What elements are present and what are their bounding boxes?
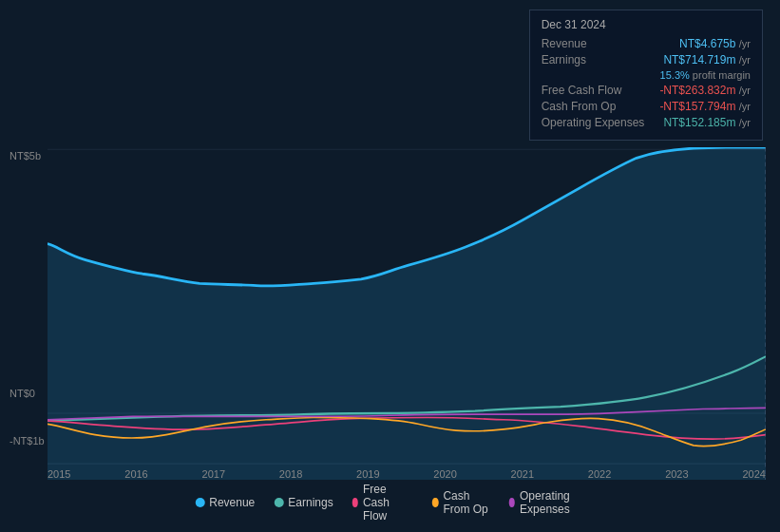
legend-item-revenue[interactable]: Revenue	[195, 496, 255, 509]
legend-dot-fcf	[352, 498, 358, 507]
tooltip-value-cashop: -NT$157.794m /yr	[659, 100, 751, 113]
legend-label-opex: Operating Expenses	[520, 489, 585, 516]
x-label-2022: 2022	[588, 468, 611, 480]
tooltip-box: Dec 31 2024 Revenue NT$4.675b /yr Earnin…	[529, 10, 763, 141]
legend-dot-cashop	[432, 498, 438, 507]
chart-area	[48, 147, 766, 480]
tooltip-row-cashop: Cash From Op -NT$157.794m /yr	[542, 100, 751, 113]
tooltip-row-profit-margin: 15.3% profit margin	[542, 69, 751, 81]
x-label-2015: 2015	[48, 468, 70, 480]
legend-dot-opex	[509, 498, 515, 507]
tooltip-label-opex: Operating Expenses	[542, 116, 645, 129]
tooltip-label-earnings: Earnings	[542, 53, 586, 66]
chart-svg	[48, 147, 766, 480]
x-label-2019: 2019	[356, 468, 379, 480]
x-label-2024: 2024	[742, 468, 765, 480]
x-label-2017: 2017	[202, 468, 225, 480]
tooltip-value-fcf: -NT$263.832m /yr	[659, 84, 751, 97]
legend-item-earnings[interactable]: Earnings	[274, 496, 333, 509]
chart-container: Dec 31 2024 Revenue NT$4.675b /yr Earnin…	[0, 0, 780, 532]
tooltip-date: Dec 31 2024	[542, 18, 751, 31]
legend-item-opex[interactable]: Operating Expenses	[509, 489, 585, 516]
x-label-2021: 2021	[511, 468, 534, 480]
tooltip-label-cashop: Cash From Op	[542, 100, 617, 113]
tooltip-label-fcf: Free Cash Flow	[542, 84, 622, 97]
tooltip-value-revenue: NT$4.675b /yr	[679, 37, 751, 50]
legend-item-fcf[interactable]: Free Cash Flow	[352, 483, 413, 522]
y-label-5b: NT$5b	[10, 150, 41, 162]
tooltip-label-revenue: Revenue	[542, 37, 587, 50]
x-label-2016: 2016	[124, 468, 147, 480]
tooltip-value-opex: NT$152.185m /yr	[663, 116, 751, 129]
tooltip-value-earnings: NT$714.719m /yr	[663, 53, 751, 66]
tooltip-row-opex: Operating Expenses NT$152.185m /yr	[542, 116, 751, 129]
y-label-0: NT$0	[10, 388, 35, 399]
legend-item-cashop[interactable]: Cash From Op	[432, 489, 490, 516]
tooltip-row-fcf: Free Cash Flow -NT$263.832m /yr	[542, 84, 751, 97]
legend-label-revenue: Revenue	[209, 496, 255, 509]
x-label-2023: 2023	[665, 468, 688, 480]
y-label-neg1b: -NT$1b	[10, 435, 45, 446]
legend-label-earnings: Earnings	[288, 496, 333, 509]
legend-label-cashop: Cash From Op	[443, 489, 489, 516]
legend-label-fcf: Free Cash Flow	[363, 483, 413, 522]
tooltip-row-revenue: Revenue NT$4.675b /yr	[542, 37, 751, 50]
tooltip-profit-margin: 15.3% profit margin	[660, 69, 751, 81]
x-label-2018: 2018	[279, 468, 302, 480]
x-axis-labels: 2015 2016 2017 2018 2019 2020 2021 2022 …	[48, 468, 766, 480]
legend-dot-revenue	[195, 498, 204, 507]
legend-dot-earnings	[274, 498, 283, 507]
x-label-2020: 2020	[433, 468, 456, 480]
legend: Revenue Earnings Free Cash Flow Cash Fro…	[195, 483, 585, 522]
tooltip-row-earnings: Earnings NT$714.719m /yr	[542, 53, 751, 66]
